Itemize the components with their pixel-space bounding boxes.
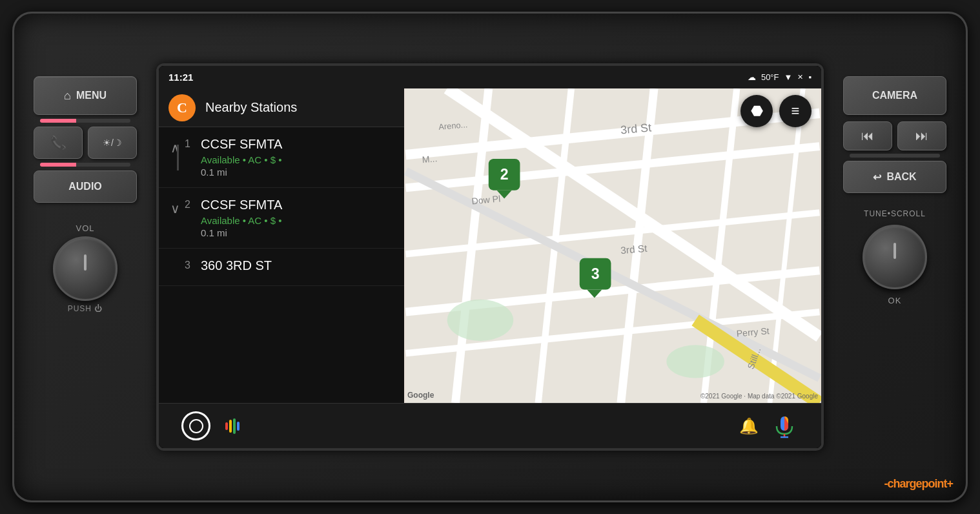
volume-knob[interactable] [53,236,117,301]
stations-list: ∧ 1 CCSF SFMTA Available • AC • $ • 0.1 … [159,127,404,403]
stations-panel: C Nearby Stations ∧ 1 CCSF SFMTA [159,88,404,403]
prev-button[interactable]: ⏮ [843,121,892,150]
list-button[interactable]: ≡ [779,95,812,127]
svg-rect-29 [225,422,228,430]
station-info-3: 360 3RD ST [201,258,398,276]
google-logo: Google [407,391,434,400]
android-auto-screen: 11:21 ☁ 50°F ▼ ✕ ▪ C Nearby [159,66,821,448]
menu-slider[interactable] [40,119,130,123]
main-content: C Nearby Stations ∧ 1 CCSF SFMTA [159,88,821,403]
media-slider[interactable] [850,154,940,158]
station-info-1: CCSF SFMTA Available • AC • $ • 0.1 mi [201,137,398,178]
map-area[interactable]: 3rd St 3rd St Perry St Still... Dow Pl M… [404,88,821,403]
svg-rect-32 [237,422,240,431]
station-item-2[interactable]: ∨ 2 CCSF SFMTA Available • AC • $ • 0.1 … [159,188,404,249]
stations-title: Nearby Stations [205,100,297,115]
svg-text:3rd St: 3rd St [620,121,651,136]
bottom-bar: 🔔 [159,403,821,448]
phone-button[interactable]: 📞 [34,127,83,159]
back-button[interactable]: ↩ BACK [843,161,946,193]
svg-text:2: 2 [500,166,509,183]
next-icon: ⏭ [915,128,928,143]
next-button[interactable]: ⏭ [897,121,946,150]
display-mode-button[interactable]: ☀/☽ [88,127,137,159]
station-item-3[interactable]: 3 360 3RD ST [159,249,404,286]
microphone-icon [771,413,797,439]
station-item[interactable]: ∧ 1 CCSF SFMTA Available • AC • $ • 0.1 … [159,127,404,188]
chargepoint-watermark: -chargepoint+ [884,477,953,491]
phone-icon: 📞 [50,135,66,150]
menu-button[interactable]: ⌂ MENU [34,76,137,115]
status-bar: 11:21 ☁ 50°F ▼ ✕ ▪ [159,66,821,88]
home-circle-icon [181,411,210,440]
google-podcast-icon [219,413,245,439]
station-status-2: Available • AC • $ • [201,215,398,226]
svg-text:M...: M... [422,153,438,165]
back-label: BACK [886,171,916,183]
tune-scroll-knob[interactable] [863,225,927,289]
audio-label: AUDIO [68,181,102,192]
svg-text:3: 3 [591,265,600,282]
home-bottom-button[interactable] [178,408,214,444]
station-3-arrow [165,258,185,262]
voice-button[interactable] [766,408,802,444]
volume-section: VOL PUSH ⏻ [53,223,117,313]
scroll-down-arrow[interactable]: ∨ [165,198,185,216]
dashboard: ⌂ MENU 📞 ☀/☽ AUDIO VOL PUSH ⏻ [12,12,968,502]
list-icon: ≡ [791,103,800,119]
svg-text:3rd St: 3rd St [620,243,648,256]
map-controls: ⬣ ≡ [740,95,812,127]
svg-rect-31 [233,418,236,434]
signal-icon: ✕ [797,73,803,81]
watermark-suffix: t+ [943,477,953,490]
menu-label: MENU [76,90,107,101]
battery-icon: ▪ [808,72,812,82]
stations-header: C Nearby Stations [159,88,404,127]
map-svg: 3rd St 3rd St Perry St Still... Dow Pl M… [404,88,821,403]
svg-point-21 [447,300,514,341]
chargepoint-logo: C [168,94,196,121]
media-controls: ⏮ ⏭ [843,121,946,150]
screen-bezel: 11:21 ☁ 50°F ▼ ✕ ▪ C Nearby [156,63,824,451]
knob-marker [84,254,87,271]
display-slider[interactable] [40,163,130,167]
station-distance-1: 0.1 mi [201,167,398,178]
station-info-2: CCSF SFMTA Available • AC • $ • 0.1 mi [201,198,398,238]
filter-button[interactable]: ⬣ [740,95,773,127]
vol-label: VOL [76,223,94,233]
ok-label: OK [888,296,902,305]
tune-scroll-label: TUNE•SCROLL [864,209,926,218]
notification-button[interactable]: 🔔 [731,408,766,444]
phone-display-row: 📞 ☀/☽ [34,127,137,159]
station-number-2: 2 [185,198,201,211]
temperature: 50°F [761,72,779,82]
status-icons: ☁ 50°F ▼ ✕ ▪ [748,72,812,82]
svg-rect-30 [229,420,232,433]
svg-point-22 [666,345,724,378]
push-label: PUSH ⏻ [68,304,103,313]
station-name-3: 360 3RD ST [201,258,398,273]
camera-button[interactable]: CAMERA [843,76,946,115]
home-icon: ⌂ [64,89,71,103]
station-status-1: Available • AC • $ • [201,154,398,165]
audio-button[interactable]: AUDIO [34,170,137,203]
tune-knob-marker [893,243,896,259]
station-number-1: 1 [185,137,201,150]
bell-icon: 🔔 [739,417,759,435]
station-name-2: CCSF SFMTA [201,198,398,212]
map-background: 3rd St 3rd St Perry St Still... Dow Pl M… [404,88,821,403]
scroll-up-arrow[interactable]: ∧ [165,137,185,156]
station-name-1: CCSF SFMTA [201,137,398,152]
brightness-icon: ☀/☽ [103,138,122,148]
home-circle-inner [189,419,203,433]
status-time: 11:21 [168,72,193,83]
filter-icon: ⬣ [751,103,763,119]
chevron-down-icon: ∨ [170,201,180,216]
map-copyright: ©2021 Google · Map data ©2021 Google [700,393,818,400]
wifi-icon: ▼ [784,72,793,82]
station-number-3: 3 [185,258,201,271]
google-podcast-button[interactable] [214,408,249,444]
chargepoint-symbol: C [177,99,187,116]
back-arrow-icon: ↩ [873,171,881,183]
cloud-icon: ☁ [748,72,756,82]
